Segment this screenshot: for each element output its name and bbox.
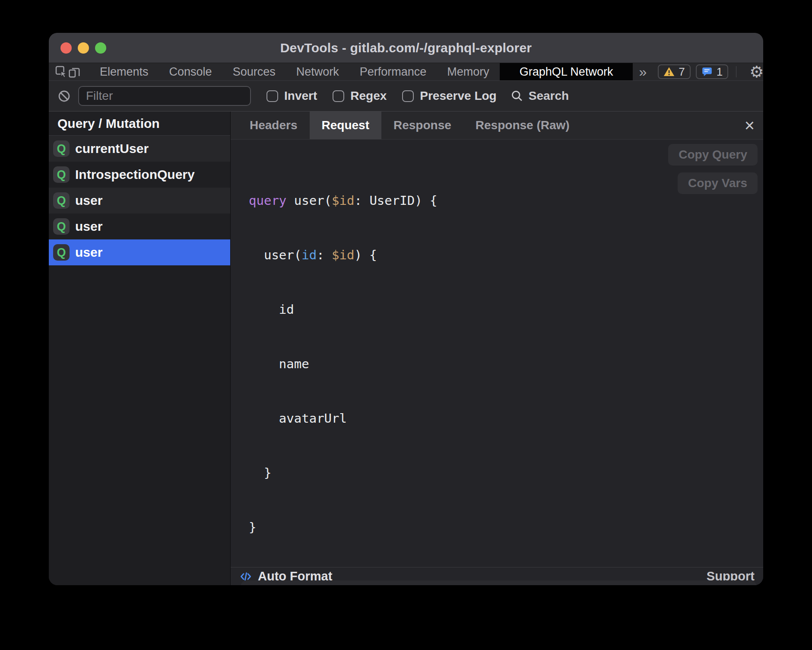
query-list-item[interactable]: Q currentUser [49,136,230,162]
query-type-badge: Q [53,192,70,209]
tab-response-raw[interactable]: Response (Raw) [463,112,582,139]
zoom-window-button[interactable] [95,42,106,54]
sidebar-header: Query / Mutation [49,112,230,136]
query-type-badge: Q [53,244,70,261]
query-name: user [75,245,102,260]
tab-elements[interactable]: Elements [89,63,159,80]
query-list-item[interactable]: Q IntrospectionQuery [49,162,230,188]
toolbar-separator [736,66,736,77]
inspect-element-button[interactable] [55,63,68,80]
filter-bar: Invert Regex Preserve Log Search [49,81,763,112]
query-variables-box: { "id": "gid://gitlab/User/13704317" } [241,580,756,585]
query-type-badge: Q [53,166,70,183]
code-line: name [249,355,763,373]
code-line: user(id: $id) { [249,246,763,264]
copy-vars-button[interactable]: Copy Vars [678,172,758,194]
close-detail-icon[interactable]: × [745,112,755,139]
tab-request[interactable]: Request [310,112,381,139]
detail-panel: Headers Request Response Response (Raw) … [231,112,763,585]
clear-requests-icon[interactable] [57,89,71,103]
preserve-log-checkbox[interactable]: Preserve Log [402,89,496,103]
graphql-query-code: query user($id: UserID) { user(id: $id) … [231,140,763,573]
device-toolbar-icon [68,65,81,78]
copy-query-button[interactable]: Copy Query [668,144,758,166]
query-name: IntrospectionQuery [75,167,195,182]
regex-label: Regex [350,89,387,103]
tab-console[interactable]: Console [159,63,222,80]
screenshot-canvas: DevTools - gitlab.com/-/graphql-explorer… [0,0,812,650]
tab-memory[interactable]: Memory [437,63,500,80]
toolbar-right-group: 7 1 ⚙ [653,63,763,80]
invert-label: Invert [284,89,317,103]
request-body: query user($id: UserID) { user(id: $id) … [231,140,763,567]
code-line: avatarUrl [249,409,763,427]
checkbox-box[interactable] [402,90,414,102]
tab-response[interactable]: Response [381,112,463,139]
window-title: DevTools - gitlab.com/-/graphql-explorer [280,41,532,55]
message-bubble-icon [701,66,713,77]
search-label: Search [529,89,569,103]
tab-headers[interactable]: Headers [238,112,310,139]
inspect-cursor-icon [55,65,68,78]
query-type-badge: Q [53,140,70,157]
search-button[interactable]: Search [511,89,569,103]
devtools-window: DevTools - gitlab.com/-/graphql-explorer… [49,33,763,585]
minimize-window-button[interactable] [78,42,89,54]
tab-graphql-network[interactable]: GraphQL Network [500,63,633,80]
query-list-item[interactable]: Q user [49,213,230,239]
warning-count: 7 [679,65,685,79]
tab-sources[interactable]: Sources [222,63,286,80]
devtools-toolbar: Elements Console Sources Network Perform… [49,63,763,81]
code-line: query user($id: UserID) { [249,191,763,210]
title-bar: DevTools - gitlab.com/-/graphql-explorer [49,33,763,63]
filter-input[interactable] [78,86,251,106]
query-list-sidebar: Query / Mutation Q currentUser Q Introsp… [49,112,231,585]
invert-checkbox[interactable]: Invert [266,89,317,103]
tab-network[interactable]: Network [286,63,349,80]
query-type-badge: Q [53,218,70,235]
close-window-button[interactable] [60,42,72,54]
content-area: Query / Mutation Q currentUser Q Introsp… [49,112,763,585]
tab-performance[interactable]: Performance [349,63,437,80]
search-icon [511,89,523,102]
preserve-log-label: Preserve Log [420,89,496,103]
code-line: id [249,300,763,319]
settings-gear-icon[interactable]: ⚙ [749,64,763,80]
issues-count: 1 [717,65,723,79]
query-name: user [75,193,102,208]
copy-buttons-group: Copy Query Copy Vars [668,144,758,194]
traffic-lights [60,42,106,54]
regex-checkbox[interactable]: Regex [333,89,387,103]
query-list-item[interactable]: Q user [49,188,230,213]
warning-triangle-icon [663,66,675,77]
toggle-device-toolbar-button[interactable] [68,63,81,80]
query-list-item-selected[interactable]: Q user [49,239,230,265]
code-line: } [249,518,763,536]
query-name: user [75,219,102,234]
checkbox-box[interactable] [266,90,278,102]
checkbox-box[interactable] [333,90,344,102]
query-name: currentUser [75,141,149,156]
code-line: } [249,464,763,482]
more-tabs-button[interactable]: » [633,63,653,80]
detail-tabs: Headers Request Response Response (Raw) … [231,112,763,140]
warnings-badge[interactable]: 7 [658,64,690,79]
issues-badge[interactable]: 1 [696,64,728,79]
